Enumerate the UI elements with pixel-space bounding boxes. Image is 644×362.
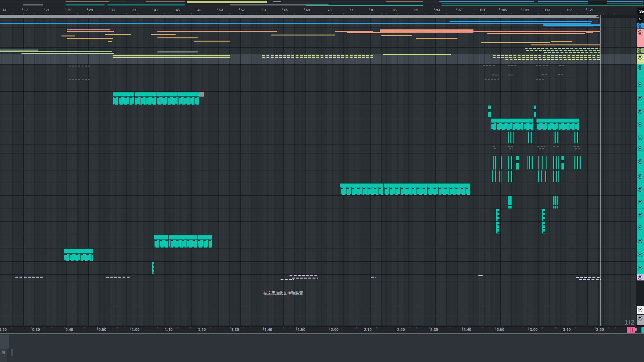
- clip-stripe[interactable]: [501, 156, 503, 169]
- clip-marks[interactable]: [496, 222, 499, 233]
- tri-circle-icon[interactable]: [638, 109, 642, 114]
- menu-circle-icon[interactable]: [638, 275, 642, 279]
- clip-notch[interactable]: [516, 156, 519, 169]
- clip-notch2[interactable]: [553, 196, 558, 209]
- clip-line[interactable]: [194, 41, 230, 42]
- clip-midi[interactable]: [490, 118, 534, 130]
- clip-dash[interactable]: [262, 57, 373, 58]
- clip-midi[interactable]: [154, 235, 212, 248]
- tri-circle-icon[interactable]: [638, 316, 642, 320]
- clip-marks[interactable]: [152, 262, 154, 274]
- clip-notch[interactable]: [561, 156, 564, 169]
- panel-drag-handle-icon[interactable]: [11, 349, 13, 356]
- clip-line[interactable]: [271, 35, 335, 35]
- clip-line[interactable]: [108, 41, 112, 42]
- clip-stripe[interactable]: [574, 156, 581, 169]
- tri-circle-icon[interactable]: [638, 239, 642, 243]
- teal-partial-icon[interactable]: [641, 327, 644, 333]
- clip-line[interactable]: [67, 29, 110, 30]
- clip-stripe[interactable]: [527, 156, 533, 169]
- tri-circle-icon[interactable]: [638, 200, 642, 204]
- clip-dash[interactable]: [544, 52, 600, 53]
- clip-midi[interactable]: [64, 248, 93, 261]
- clip-line[interactable]: [105, 34, 131, 35]
- clip-line[interactable]: [487, 33, 585, 34]
- tri-circle-icon[interactable]: [638, 174, 642, 179]
- clip-line[interactable]: [335, 31, 373, 32]
- clip-line[interactable]: [67, 38, 113, 39]
- clip-dash[interactable]: [290, 275, 317, 276]
- detail-view-side-tab[interactable]: 编: [0, 349, 7, 362]
- menu-circle-icon[interactable]: [638, 48, 642, 53]
- clip-stripe[interactable]: [545, 170, 547, 182]
- tri-circle-icon[interactable]: [638, 266, 642, 270]
- clip-solid[interactable]: [495, 156, 496, 169]
- clip-line[interactable]: [449, 21, 592, 22]
- tri-circle-icon[interactable]: [638, 225, 642, 230]
- back-arrow-icon[interactable]: [638, 16, 643, 22]
- clip-stripe[interactable]: [508, 131, 514, 144]
- clip-notch[interactable]: [488, 106, 491, 117]
- menu-circle-icon[interactable]: [638, 65, 642, 70]
- tri-circle-icon[interactable]: [638, 187, 642, 192]
- clip-notch2[interactable]: [508, 196, 512, 209]
- clip-solid[interactable]: [541, 170, 542, 182]
- clip-dash[interactable]: [576, 277, 601, 278]
- menu-circle-icon[interactable]: [638, 30, 642, 35]
- clip-line[interactable]: [151, 34, 176, 35]
- clip-dash[interactable]: [505, 59, 600, 60]
- clip-line[interactable]: [113, 57, 230, 58]
- clip-line[interactable]: [381, 35, 412, 36]
- clip-dash[interactable]: [526, 50, 600, 51]
- menu-circle-icon[interactable]: [638, 23, 642, 28]
- clip-stripe[interactable]: [553, 131, 559, 144]
- clip-line[interactable]: [551, 41, 572, 42]
- clip-line[interactable]: [543, 24, 600, 25]
- menu-circle-icon[interactable]: [638, 136, 642, 140]
- clip-dash[interactable]: [493, 55, 600, 56]
- clip-line[interactable]: [67, 31, 114, 32]
- clip-line[interactable]: [113, 55, 230, 56]
- clip-midi[interactable]: [536, 118, 579, 130]
- clip-stripe[interactable]: [508, 156, 513, 169]
- clip-stripe[interactable]: [546, 156, 548, 169]
- clip-line[interactable]: [157, 51, 198, 52]
- set-button[interactable]: Se: [637, 8, 644, 15]
- clip-line[interactable]: [0, 51, 112, 52]
- clip-line[interactable]: [473, 31, 600, 32]
- clip-line[interactable]: [383, 54, 451, 55]
- clip-marks[interactable]: [496, 209, 499, 221]
- clip-line[interactable]: [481, 42, 550, 43]
- clip-line[interactable]: [531, 44, 600, 45]
- clip-dash[interactable]: [292, 278, 318, 279]
- clip-line[interactable]: [61, 35, 75, 36]
- clip-solid[interactable]: [538, 170, 539, 182]
- clip-solid[interactable]: [538, 156, 539, 169]
- clip-line[interactable]: [380, 29, 473, 31]
- clip-dash[interactable]: [493, 57, 600, 58]
- clip-dash[interactable]: [525, 48, 600, 49]
- clip-stripe[interactable]: [508, 170, 513, 182]
- clip-dash[interactable]: [371, 277, 376, 278]
- clip-midi[interactable]: [340, 183, 471, 195]
- scrub-area[interactable]: [0, 15, 600, 18]
- clip-line[interactable]: [347, 32, 381, 33]
- clip-stripe[interactable]: [528, 131, 533, 144]
- tri-circle-icon[interactable]: [638, 213, 642, 217]
- clip-stripe[interactable]: [553, 156, 559, 169]
- clip-line[interactable]: [0, 50, 38, 51]
- clip-dash[interactable]: [15, 277, 43, 278]
- clip-solid[interactable]: [495, 170, 496, 182]
- clip-solid[interactable]: [492, 170, 493, 182]
- clip-midi[interactable]: [113, 92, 199, 105]
- clip-line[interactable]: [543, 25, 600, 26]
- menu-circle-icon[interactable]: [638, 55, 642, 59]
- arrangement-overview[interactable]: [0, 0, 644, 6]
- clip-dash[interactable]: [579, 279, 601, 280]
- clip-line[interactable]: [380, 31, 473, 33]
- audio-meter-icon[interactable]: [627, 327, 635, 333]
- clip-line[interactable]: [21, 53, 114, 54]
- clip-marks[interactable]: [542, 209, 545, 221]
- clip-stripe[interactable]: [499, 170, 502, 182]
- bar-ruler[interactable]: 1317212529333741454953576165697377818589…: [0, 7, 644, 15]
